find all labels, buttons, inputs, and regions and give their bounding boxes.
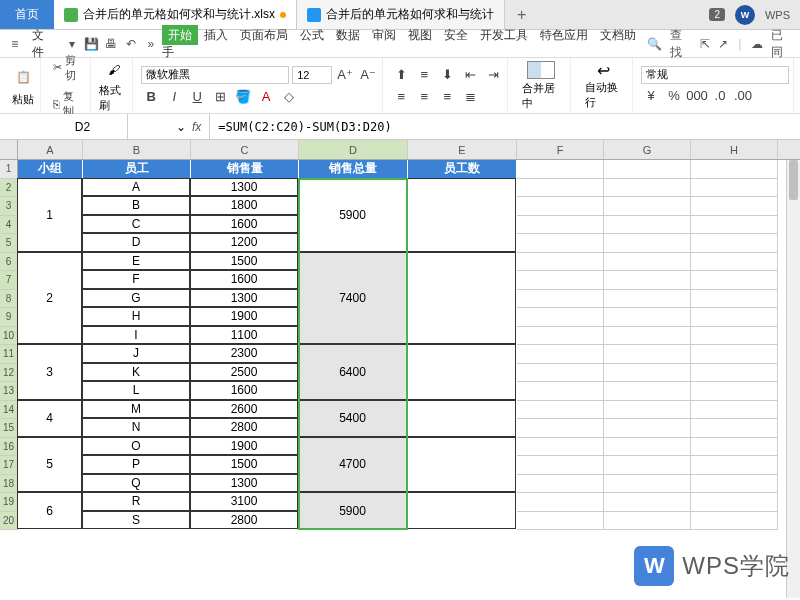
cell[interactable]: [517, 419, 604, 438]
bold-button[interactable]: B: [141, 87, 161, 107]
cell[interactable]: 1500: [190, 252, 298, 271]
dropdown-icon[interactable]: ⌄: [176, 120, 186, 134]
font-name-select[interactable]: [141, 66, 289, 84]
cell[interactable]: [691, 234, 778, 253]
row-header-12[interactable]: 12: [0, 364, 18, 383]
cell[interactable]: O: [82, 437, 190, 456]
italic-button[interactable]: I: [164, 87, 184, 107]
cell[interactable]: 6: [17, 492, 82, 529]
row-header-1[interactable]: 1: [0, 160, 18, 179]
cell[interactable]: [517, 456, 604, 475]
menu-item-8[interactable]: 开发工具: [474, 28, 534, 42]
decrease-font-icon[interactable]: A⁻: [358, 65, 378, 85]
cell[interactable]: 4: [17, 400, 82, 437]
row-header-17[interactable]: 17: [0, 456, 18, 475]
wps-logo-icon[interactable]: W: [735, 5, 755, 25]
menu-item-9[interactable]: 特色应用: [534, 28, 594, 42]
row-header-14[interactable]: 14: [0, 401, 18, 420]
cell[interactable]: N: [82, 418, 190, 437]
menu-icon[interactable]: ≡: [6, 35, 24, 53]
cell[interactable]: 6400: [298, 344, 407, 400]
currency-icon[interactable]: ¥: [641, 86, 661, 106]
cells-grid[interactable]: 小组员工销售量销售总量员工数1A13005900B1800C1600D12002…: [18, 160, 778, 530]
cell[interactable]: C: [82, 215, 190, 234]
menu-item-6[interactable]: 视图: [402, 28, 438, 42]
cell[interactable]: [517, 234, 604, 253]
cell[interactable]: [407, 252, 516, 345]
cell[interactable]: [407, 344, 516, 400]
merge-cells-button[interactable]: 合并居中: [516, 59, 565, 113]
cell[interactable]: [691, 197, 778, 216]
cell[interactable]: [604, 364, 691, 383]
cell[interactable]: [691, 290, 778, 309]
cell[interactable]: 小组: [18, 160, 83, 179]
cell[interactable]: [691, 308, 778, 327]
cell[interactable]: 1100: [190, 326, 298, 345]
cell[interactable]: 1200: [190, 233, 298, 252]
formula-input[interactable]: [210, 114, 800, 139]
cell[interactable]: S: [82, 511, 190, 530]
cell[interactable]: 1600: [190, 270, 298, 289]
wrap-text-button[interactable]: ↩ 自动换行: [579, 59, 628, 112]
cell[interactable]: 2600: [190, 400, 298, 419]
col-header-E[interactable]: E: [408, 140, 517, 159]
align-center-icon[interactable]: ≡: [414, 87, 434, 107]
cell[interactable]: 2300: [190, 344, 298, 363]
cell[interactable]: [517, 401, 604, 420]
cell[interactable]: [691, 216, 778, 235]
undo-icon[interactable]: ↶: [122, 35, 140, 53]
paste-icon[interactable]: 📋: [10, 64, 36, 90]
col-header-A[interactable]: A: [18, 140, 83, 159]
cell[interactable]: [517, 345, 604, 364]
cell[interactable]: [604, 382, 691, 401]
cell[interactable]: [407, 492, 516, 529]
search-icon[interactable]: 🔍: [647, 37, 662, 51]
cell[interactable]: [691, 401, 778, 420]
clear-format-button[interactable]: ◇: [279, 87, 299, 107]
cell[interactable]: 1500: [190, 455, 298, 474]
cell[interactable]: 1900: [190, 437, 298, 456]
align-right-icon[interactable]: ≡: [437, 87, 457, 107]
cell[interactable]: F: [82, 270, 190, 289]
cell[interactable]: 5900: [298, 492, 407, 529]
number-format-select[interactable]: [641, 66, 789, 84]
cell[interactable]: [517, 382, 604, 401]
cell[interactable]: [604, 179, 691, 198]
menu-item-4[interactable]: 数据: [330, 28, 366, 42]
cell[interactable]: Q: [82, 474, 190, 493]
cell[interactable]: [604, 327, 691, 346]
cell[interactable]: [604, 290, 691, 309]
row-header-2[interactable]: 2: [0, 179, 18, 198]
fx-icon[interactable]: fx: [192, 120, 201, 134]
more-icon[interactable]: »: [142, 35, 160, 53]
cell[interactable]: [691, 382, 778, 401]
comma-icon[interactable]: 000: [687, 86, 707, 106]
select-all-corner[interactable]: [0, 140, 18, 159]
cell[interactable]: [604, 475, 691, 494]
paste-label[interactable]: 粘贴: [12, 92, 34, 107]
format-painter-label[interactable]: 格式刷: [99, 83, 128, 113]
brush-icon[interactable]: 🖌: [101, 58, 127, 81]
row-header-19[interactable]: 19: [0, 493, 18, 512]
cell[interactable]: [691, 179, 778, 198]
cell[interactable]: [691, 512, 778, 531]
cell[interactable]: K: [82, 363, 190, 382]
row-header-6[interactable]: 6: [0, 253, 18, 272]
cell[interactable]: 1300: [190, 474, 298, 493]
align-top-icon[interactable]: ⬆: [391, 65, 411, 85]
menu-item-5[interactable]: 审阅: [366, 28, 402, 42]
cell[interactable]: 5: [17, 437, 82, 493]
cell[interactable]: [517, 308, 604, 327]
cell[interactable]: I: [82, 326, 190, 345]
cell[interactable]: 4700: [298, 437, 407, 493]
cell[interactable]: 员工数: [408, 160, 517, 179]
cell[interactable]: [604, 253, 691, 272]
cell[interactable]: 员工: [83, 160, 191, 179]
border-button[interactable]: ⊞: [210, 87, 230, 107]
cell[interactable]: [517, 179, 604, 198]
name-box[interactable]: [38, 114, 128, 139]
row-header-9[interactable]: 9: [0, 308, 18, 327]
col-header-H[interactable]: H: [691, 140, 778, 159]
align-bottom-icon[interactable]: ⬇: [437, 65, 457, 85]
cell[interactable]: [604, 456, 691, 475]
